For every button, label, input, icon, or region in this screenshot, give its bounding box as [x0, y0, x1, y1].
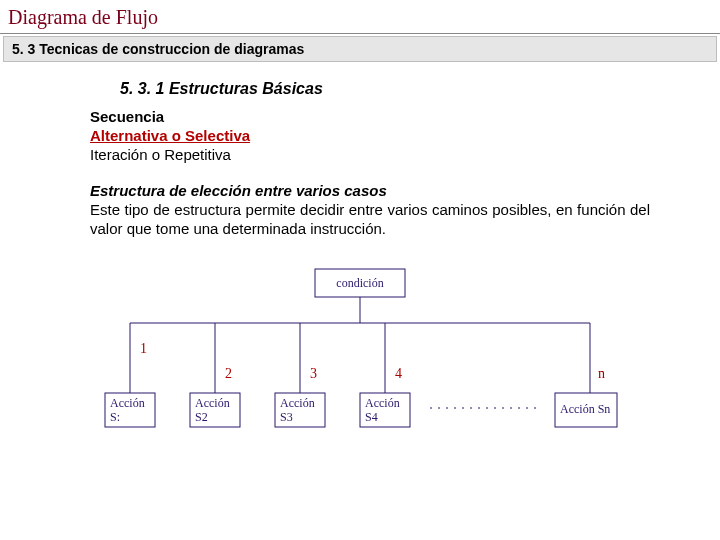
branch-label-4: 4: [395, 366, 402, 381]
section-bar: 5. 3 Tecnicas de construccion de diagram…: [3, 36, 717, 62]
selection-structure-body: Este tipo de estructura permite decidir …: [90, 201, 650, 239]
action-2-l1: Acción: [195, 396, 230, 410]
action-3-l2: S3: [280, 410, 293, 424]
action-4-l2: S4: [365, 410, 378, 424]
action-3-l1: Acción: [280, 396, 315, 410]
action-1-l1: Acción: [110, 396, 145, 410]
condition-label: condición: [336, 276, 383, 290]
selection-structure-title: Estructura de elección entre varios caso…: [90, 182, 650, 201]
structure-alternative: Alternativa o Selectiva: [90, 127, 650, 146]
structure-iteration: Iteración o Repetitiva: [90, 146, 650, 165]
structure-sequence: Secuencia: [90, 108, 650, 127]
branch-label-n: n: [598, 366, 605, 381]
branch-label-1: 1: [140, 341, 147, 356]
action-2-l2: S2: [195, 410, 208, 424]
action-n-l1: Acción Sn: [560, 402, 610, 416]
action-1-l2: S:: [110, 410, 120, 424]
branch-label-2: 2: [225, 366, 232, 381]
page-title: Diagrama de Flujo: [0, 0, 720, 34]
branch-label-3: 3: [310, 366, 317, 381]
sub-heading: 5. 3. 1 Estructuras Básicas: [120, 80, 720, 98]
content-block: Secuencia Alternativa o Selectiva Iterac…: [90, 108, 650, 239]
action-4-l1: Acción: [365, 396, 400, 410]
flow-diagram-svg: condición 1 2 3 4 n Acción S: Acción S2 …: [100, 263, 620, 453]
flow-diagram: condición 1 2 3 4 n Acción S: Acción S2 …: [100, 263, 620, 453]
